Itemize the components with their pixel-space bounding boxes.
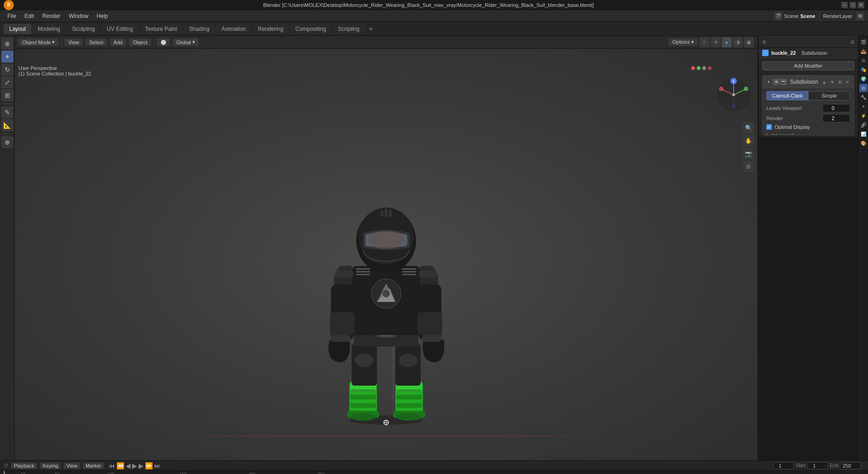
cursor-tool[interactable]: ⊕ xyxy=(1,38,13,50)
tab-sculpting[interactable]: Sculpting xyxy=(67,24,100,34)
jump-start-btn[interactable]: ⏮ xyxy=(109,462,115,469)
table-icon-btn[interactable]: ⊞ xyxy=(743,161,754,172)
svg-point-24 xyxy=(350,413,376,421)
add-workspace-tab-button[interactable]: + xyxy=(366,25,376,33)
menu-render[interactable]: Render xyxy=(39,12,64,20)
object-menu[interactable]: Object xyxy=(129,39,151,46)
marker-menu[interactable]: Marker xyxy=(83,462,104,469)
navigation-gizmo[interactable]: Z xyxy=(715,76,752,113)
tab-layout[interactable]: Layout xyxy=(4,24,31,34)
collection-info: (1) Scene Collection | buckle_22 xyxy=(18,71,91,76)
timeline-track[interactable]: 1 10 50 100 150 200 250 xyxy=(0,471,868,474)
render-input[interactable] xyxy=(822,114,850,122)
prop-view-layer-icon[interactable]: ⊞ xyxy=(859,56,868,64)
mod-up-btn[interactable]: ▲ xyxy=(821,79,827,86)
camera-icon-btn[interactable]: 📷 xyxy=(743,148,754,159)
viewport-header: Object Mode ▾ View Select Add Object ⬤ G… xyxy=(15,36,758,49)
playback-menu[interactable]: Playback xyxy=(11,462,37,469)
menu-help[interactable]: Help xyxy=(93,12,112,20)
transform-tool[interactable]: ⊞ xyxy=(1,89,13,101)
prop-data-icon[interactable]: 📊 xyxy=(859,130,868,138)
levels-viewport-input[interactable] xyxy=(822,104,850,112)
end-frame-input[interactable] xyxy=(840,462,861,469)
add-menu[interactable]: Add xyxy=(110,39,127,46)
next-frame-btn[interactable]: ▶ xyxy=(139,462,144,469)
tab-compositing[interactable]: Compositing xyxy=(290,24,332,34)
prop-particles-icon[interactable]: ✦ xyxy=(859,102,868,110)
simple-btn[interactable]: Simple xyxy=(808,91,850,100)
prop-object-icon[interactable]: ⊙ xyxy=(859,84,868,92)
prev-frame-btn[interactable]: ◀ xyxy=(126,462,131,469)
renderlayer-name: RenderLayer xyxy=(823,13,852,19)
measure-tool[interactable]: 📐 xyxy=(1,119,13,131)
tab-scripting[interactable]: Scripting xyxy=(332,24,365,34)
move-tool[interactable]: ✦ xyxy=(1,51,13,63)
modifier-expand-toggle[interactable]: ▼ xyxy=(766,79,770,85)
options-button[interactable]: Options ▾ xyxy=(669,38,698,46)
play-btn[interactable]: ▶ xyxy=(132,462,137,469)
object-mode-dropdown[interactable]: Object Mode ▾ xyxy=(18,38,58,46)
prop-physics-icon[interactable]: ⚡ xyxy=(859,111,868,120)
view-menu[interactable]: View xyxy=(64,39,83,46)
mod-duplicate-btn[interactable]: ⊞ xyxy=(837,79,843,86)
left-toolbar: ⊕ ✦ ↻ ⤢ ⊞ ✎ 📐 ⊕ xyxy=(0,36,15,460)
viewport-shading-toggle[interactable]: ⬤ xyxy=(157,38,170,46)
scale-tool[interactable]: ⤢ xyxy=(1,76,13,88)
menu-file[interactable]: File xyxy=(4,12,20,20)
tab-animation[interactable]: Animation xyxy=(216,24,251,34)
scene-icon[interactable]: 🎬 xyxy=(774,12,782,20)
prop-scene-icon[interactable]: 🎭 xyxy=(859,65,868,74)
advanced-toggle[interactable]: ▶ Advanced xyxy=(766,132,850,135)
jump-end-btn[interactable]: ⏭ xyxy=(154,462,161,469)
prop-material-icon[interactable]: 🎨 xyxy=(859,139,868,147)
properties-filter[interactable]: ⊟ xyxy=(851,40,854,45)
material-shading-btn[interactable]: ◑ xyxy=(733,37,743,47)
keying-menu[interactable]: Keying xyxy=(40,462,61,469)
svg-rect-30 xyxy=(397,389,421,392)
mod-render-icon[interactable]: 📷 xyxy=(781,79,787,85)
prop-output-icon[interactable]: 📤 xyxy=(859,47,868,55)
current-frame-input[interactable] xyxy=(773,462,794,469)
solid-shading-btn[interactable]: ● xyxy=(722,37,732,47)
show-gizmos-btn[interactable]: ✛ xyxy=(711,37,721,47)
minimize-button[interactable]: ─ xyxy=(841,2,848,8)
blender-logo[interactable]: B xyxy=(4,0,14,10)
close-button[interactable]: ✕ xyxy=(858,2,864,8)
renderlayer-icon[interactable]: ⊞ xyxy=(856,12,864,20)
view-menu-tl[interactable]: View xyxy=(64,462,80,469)
mod-realtime-icon[interactable]: 👁 xyxy=(773,79,780,85)
add-tool[interactable]: ⊕ xyxy=(1,136,13,148)
prop-constraints-icon[interactable]: 🔗 xyxy=(859,121,868,129)
tab-modeling[interactable]: Modeling xyxy=(32,24,66,34)
rotate-tool[interactable]: ↻ xyxy=(1,64,13,75)
mod-down-btn[interactable]: ▼ xyxy=(829,79,836,86)
tab-uv-editing[interactable]: UV Editing xyxy=(101,24,139,34)
menu-bar: File Edit Render Window Help 🎬 Scene Sce… xyxy=(0,10,868,22)
select-menu[interactable]: Select xyxy=(86,39,107,46)
rendered-shading-btn[interactable]: ◕ xyxy=(744,37,754,47)
global-orientation[interactable]: Global ▾ xyxy=(173,38,199,46)
prop-world-icon[interactable]: 🌍 xyxy=(859,75,868,83)
tab-rendering[interactable]: Rendering xyxy=(252,24,289,34)
maximize-button[interactable]: □ xyxy=(850,2,856,8)
menu-window[interactable]: Window xyxy=(65,12,92,20)
properties-panel: ⚙ ⊟ ● buckle_22 Subdivision Add Modifier… xyxy=(758,36,858,137)
show-overlays-btn[interactable]: ☉ xyxy=(700,37,710,47)
prop-modifier-icon[interactable]: 🔧 xyxy=(859,93,868,101)
mod-delete-btn[interactable]: ✕ xyxy=(845,79,850,86)
tab-texture-paint[interactable]: Texture Paint xyxy=(139,24,183,34)
timeline-icon[interactable]: ⏱ xyxy=(4,463,8,468)
hand-icon-btn[interactable]: ✋ xyxy=(743,135,754,146)
viewport-area[interactable]: Object Mode ▾ View Select Add Object ⬤ G… xyxy=(15,36,758,460)
tab-shading[interactable]: Shading xyxy=(184,24,215,34)
catmull-clark-btn[interactable]: Catmull-Clark xyxy=(766,91,808,100)
annotate-tool[interactable]: ✎ xyxy=(1,106,13,118)
next-keyframe-btn[interactable]: ⏩ xyxy=(145,462,153,469)
start-frame-input[interactable] xyxy=(807,462,828,469)
optimal-display-checkbox[interactable]: ✓ xyxy=(766,124,772,130)
add-modifier-button[interactable]: Add Modifier xyxy=(762,61,854,70)
menu-edit[interactable]: Edit xyxy=(21,12,38,20)
prev-keyframe-btn[interactable]: ⏪ xyxy=(116,462,124,469)
prop-render-icon[interactable]: 🎬 xyxy=(859,38,868,46)
zoom-icon-btn[interactable]: 🔍 xyxy=(743,122,754,133)
